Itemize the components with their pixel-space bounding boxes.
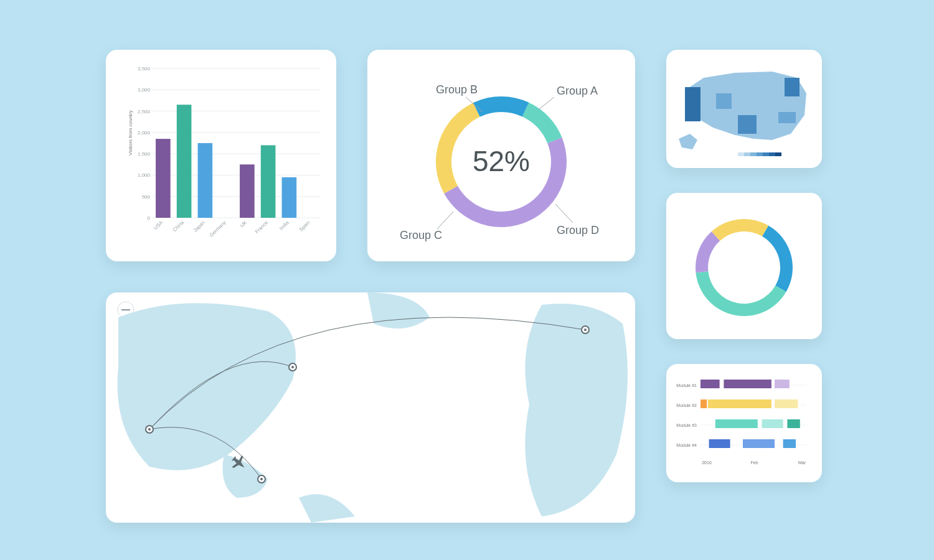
bar-chart: Visitors from country 05001,0001,5002,00…: [125, 62, 330, 255]
us-state-se: [778, 112, 796, 123]
bar-xtick: USA: [153, 220, 164, 231]
card-us-map: [666, 50, 822, 168]
label-group-c: Group C: [400, 229, 442, 241]
gantt-segment: [787, 419, 800, 428]
gantt-segment: [743, 439, 775, 448]
gantt-rows: Module #1Module #2Module #3Module #4: [676, 380, 806, 448]
bar-xtick: Germany: [209, 220, 227, 238]
gantt-xtick: Mar: [798, 460, 806, 465]
gantt-segment: [775, 380, 790, 388]
gantt-segment: [700, 380, 720, 388]
bar: [177, 105, 192, 218]
gantt-row-label: Module #2: [676, 403, 697, 408]
bar-xtick: France: [254, 220, 269, 235]
bar: [240, 164, 255, 218]
card-bar-chart: Visitors from country 05001,0001,5002,00…: [106, 50, 336, 261]
donut-slice: [696, 231, 720, 273]
bar-ylabel: Visitors from country: [128, 110, 133, 156]
us-state-ne: [785, 78, 800, 96]
svg-point-22: [291, 366, 294, 368]
donut-small-chart: [666, 193, 822, 339]
bar-ytick: 3,500: [138, 66, 151, 72]
bar-xtick: India: [278, 220, 290, 231]
svg-point-20: [148, 428, 151, 431]
world-flight-map: [106, 292, 635, 523]
bar-ytick: 3,000: [138, 87, 151, 93]
label-group-a: Group A: [557, 85, 598, 97]
gantt-chart: Module #1Module #2Module #3Module #4 201…: [666, 364, 822, 482]
gantt-row-label: Module #1: [676, 383, 697, 388]
bar-ytick: 500: [142, 194, 151, 200]
bar-xticks: USAChinaJapanGermanyUKFranceIndiaSpain: [153, 220, 311, 238]
gantt-segment: [762, 419, 783, 428]
card-donut-groups: 52% Group B Group A Group C Group D: [367, 50, 635, 261]
bar-ytick: 1,500: [138, 151, 151, 157]
gantt-row-label: Module #4: [676, 443, 697, 447]
landmasses: [118, 292, 628, 523]
bar: [198, 143, 213, 218]
gantt-row-label: Module #3: [676, 423, 697, 427]
callout-line-a: [539, 97, 554, 110]
card-donut-small: [666, 193, 822, 339]
donut-center-label: 52%: [473, 145, 530, 177]
bar-xtick: Spain: [298, 220, 311, 233]
svg-rect-10: [750, 152, 757, 156]
bar-ytick: 2,500: [138, 109, 151, 114]
card-world-map: [106, 292, 635, 523]
svg-rect-9: [744, 152, 750, 156]
us-state-tx: [738, 115, 757, 134]
bar-ytick: 2,000: [138, 130, 151, 136]
svg-rect-12: [763, 152, 769, 156]
svg-rect-8: [738, 152, 744, 156]
svg-rect-14: [775, 152, 781, 156]
us-state-ca: [685, 87, 700, 121]
bar: [282, 177, 297, 218]
callout-line-c: [437, 212, 453, 229]
donut-groups-chart: 52% Group B Group A Group C Group D: [367, 50, 635, 261]
bar: [261, 145, 276, 218]
donut-slice: [473, 96, 529, 117]
bar-ytick: 1,000: [138, 172, 151, 178]
us-legend: [738, 152, 781, 156]
gantt-xtick: 2016: [702, 460, 712, 465]
bar-xtick: Japan: [192, 220, 206, 233]
svg-point-26: [584, 329, 587, 331]
gantt-segment: [775, 399, 798, 408]
svg-rect-11: [757, 152, 763, 156]
gantt-segment: [783, 439, 796, 448]
gantt-segment: [700, 399, 707, 408]
donut-slice: [696, 271, 786, 316]
us-state-co: [716, 93, 732, 109]
callout-line-d: [555, 204, 573, 223]
svg-rect-13: [769, 152, 775, 156]
donut-slice: [712, 219, 768, 241]
bar-ytick: 0: [148, 215, 151, 221]
donut-slice: [762, 225, 793, 292]
gantt-segment: [724, 380, 771, 388]
bar: [156, 139, 171, 218]
donut-small-ring: [696, 219, 793, 316]
label-group-b: Group B: [436, 83, 478, 96]
us-alaska: [679, 134, 697, 149]
gantt-xticks: 2016FebMar: [702, 460, 806, 465]
bar-xtick: China: [172, 220, 186, 233]
label-group-d: Group D: [557, 224, 599, 236]
gantt-segment: [709, 439, 730, 448]
bar-xtick: UK: [239, 220, 248, 229]
svg-point-24: [260, 478, 263, 480]
card-gantt: Module #1Module #2Module #3Module #4 201…: [666, 364, 822, 482]
donut-slice: [522, 103, 562, 143]
gantt-segment: [715, 419, 758, 428]
gantt-segment: [708, 399, 771, 408]
bar-bars: [156, 105, 296, 218]
us-choropleth: [666, 50, 822, 168]
gantt-xtick: Feb: [750, 460, 758, 465]
